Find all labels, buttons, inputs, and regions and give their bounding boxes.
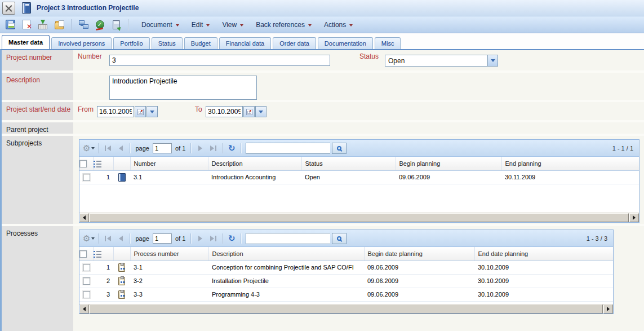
- prev-page-button[interactable]: [115, 142, 126, 155]
- column-header-description[interactable]: Description: [208, 247, 364, 261]
- grid-search-button[interactable]: [332, 143, 347, 154]
- table-row[interactable]: 3 3-3 Programming 4-3 09.06.2009 30.10.2…: [79, 288, 613, 301]
- page-number-input[interactable]: [153, 233, 172, 244]
- to-calendar-button[interactable]: [243, 106, 255, 117]
- column-header-end-planning[interactable]: End planning: [501, 157, 639, 170]
- page-number-input[interactable]: [153, 143, 172, 153]
- cell-end: 30.10.2009: [474, 274, 613, 288]
- cell-description: Installation Projectile: [208, 274, 364, 288]
- from-date-input[interactable]: [97, 106, 134, 117]
- tab-strip: Master data Involved persons Portfolio S…: [0, 33, 644, 49]
- row-checkbox[interactable]: [83, 264, 90, 271]
- row-checkbox[interactable]: [83, 174, 90, 181]
- gear-icon: ⚙: [83, 234, 90, 242]
- toolbar-separator: [128, 19, 128, 30]
- table-row[interactable]: 2 3-2 Installation Projectile 09.06.2009…: [79, 274, 613, 288]
- calculate-button[interactable]: [109, 18, 123, 32]
- description-input[interactable]: Introduction Projectile: [109, 76, 257, 100]
- delete-document-button[interactable]: [20, 18, 33, 32]
- tab-financial-data[interactable]: Financial data: [219, 37, 272, 49]
- scroll-left-button[interactable]: [79, 213, 89, 222]
- to-dropdown-button[interactable]: [255, 106, 267, 117]
- column-header-end-date[interactable]: End date planning: [474, 247, 613, 261]
- approve-button[interactable]: ✓: [93, 18, 106, 32]
- column-header-begin-planning[interactable]: Begin planning: [396, 157, 501, 170]
- import-button[interactable]: [36, 18, 50, 32]
- hierarchy-button[interactable]: [77, 18, 90, 32]
- grid-settings-button[interactable]: ⚙: [83, 232, 95, 245]
- column-header-number[interactable]: Number: [130, 157, 208, 170]
- process-icon: [118, 263, 125, 272]
- horizontal-scrollbar[interactable]: [79, 304, 613, 314]
- refresh-button[interactable]: ↻: [226, 232, 237, 245]
- first-page-icon: [107, 145, 111, 151]
- status-dropdown-button[interactable]: [487, 55, 498, 67]
- toolbar-separator: [222, 143, 223, 153]
- tab-misc[interactable]: Misc: [375, 37, 401, 49]
- scroll-right-button[interactable]: [603, 304, 613, 314]
- prev-page-icon: [119, 145, 123, 151]
- close-button[interactable]: [2, 2, 15, 15]
- tab-status[interactable]: Status: [152, 37, 183, 49]
- column-header-process-number[interactable]: Process number: [130, 247, 208, 261]
- table-row[interactable]: 1 3.1 Introduction Accounting Open 09.06…: [79, 170, 639, 184]
- number-input[interactable]: [109, 55, 330, 66]
- last-page-button[interactable]: [207, 232, 219, 245]
- menu-actions[interactable]: Actions: [324, 21, 353, 29]
- row-checkbox[interactable]: [83, 277, 90, 285]
- scrollbar-thumb[interactable]: [90, 304, 603, 314]
- tab-order-data[interactable]: Order data: [273, 37, 316, 49]
- column-header-status[interactable]: Status: [301, 157, 396, 170]
- grid-empty-area: [79, 184, 639, 213]
- menu-document[interactable]: Document: [141, 21, 179, 29]
- table-row[interactable]: 1 3-1 Conception for combining Projectil…: [79, 261, 613, 274]
- status-select[interactable]: Open: [385, 55, 498, 67]
- processes-row: Processes ⚙ page of 1: [2, 226, 644, 331]
- subprojects-header-row: Number Description Status Begin planning…: [79, 157, 639, 170]
- last-page-icon: [210, 236, 214, 241]
- from-date-field: [97, 106, 158, 117]
- next-page-button[interactable]: [194, 232, 206, 245]
- save-button[interactable]: [3, 18, 17, 32]
- from-calendar-button[interactable]: [135, 106, 146, 117]
- to-date-input[interactable]: [206, 106, 243, 117]
- column-header-description[interactable]: Description: [208, 157, 301, 170]
- row-index: 1: [93, 170, 113, 184]
- menu-view[interactable]: View: [222, 21, 243, 29]
- scrollbar-thumb[interactable]: [90, 213, 629, 222]
- cell-end: 30.10.2009: [474, 288, 613, 301]
- toolbar-separator: [71, 19, 72, 30]
- prev-page-button[interactable]: [115, 232, 126, 245]
- tab-master-data[interactable]: Master data: [2, 35, 50, 49]
- first-page-button[interactable]: [102, 232, 113, 245]
- last-page-button[interactable]: [207, 142, 219, 155]
- section-label-parent-project: Parent project: [2, 122, 73, 134]
- grid-settings-button[interactable]: ⚙: [83, 142, 95, 155]
- tab-portfolio[interactable]: Portfolio: [113, 37, 149, 49]
- tab-budget[interactable]: Budget: [184, 37, 217, 49]
- grid-search-input[interactable]: [246, 233, 330, 244]
- scroll-right-button[interactable]: [629, 213, 639, 222]
- first-page-button[interactable]: [102, 142, 113, 155]
- numbered-list-icon: [94, 160, 101, 167]
- select-all-cell: [79, 247, 93, 261]
- hierarchy-icon: [79, 20, 88, 29]
- select-all-checkbox[interactable]: [79, 250, 87, 258]
- select-all-checkbox[interactable]: [79, 160, 87, 167]
- row-checkbox[interactable]: [83, 291, 90, 298]
- next-page-button[interactable]: [194, 142, 206, 155]
- open-folder-button[interactable]: [52, 18, 66, 32]
- tab-documentation[interactable]: Documentation: [318, 37, 373, 49]
- menu-edit[interactable]: Edit: [192, 21, 210, 29]
- from-dropdown-button[interactable]: [146, 106, 158, 117]
- window-title: Project 3 Introduction Projectile: [37, 4, 139, 12]
- tab-involved-persons[interactable]: Involved persons: [51, 37, 112, 49]
- numbered-list-icon: [94, 250, 101, 258]
- scroll-left-button[interactable]: [79, 304, 89, 314]
- grid-search-button[interactable]: [332, 233, 347, 244]
- column-header-begin-date[interactable]: Begin date planning: [364, 247, 474, 261]
- grid-search-input[interactable]: [246, 143, 330, 154]
- horizontal-scrollbar[interactable]: [79, 213, 639, 222]
- refresh-button[interactable]: ↻: [226, 142, 237, 155]
- menu-back-references[interactable]: Back references: [256, 21, 312, 29]
